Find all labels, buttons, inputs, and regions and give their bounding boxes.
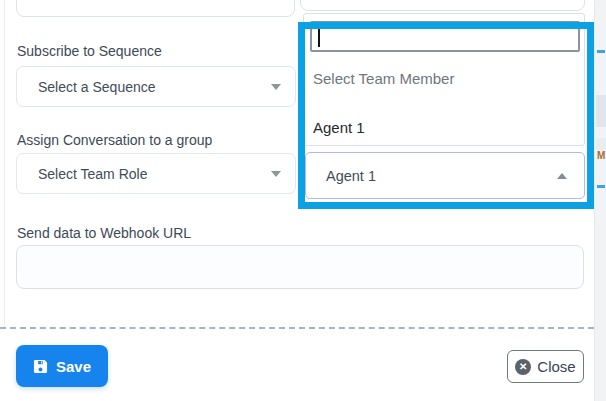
save-button-label: Save xyxy=(56,358,91,375)
team-member-select-value: Agent 1 xyxy=(326,168,376,184)
chevron-down-icon xyxy=(271,171,281,177)
sequence-select-value: Select a Sequence xyxy=(38,79,156,95)
webhook-url-input[interactable] xyxy=(16,245,584,289)
save-button[interactable]: Save xyxy=(16,345,108,387)
group-label: Assign Conversation to a group xyxy=(17,131,212,149)
sequence-select[interactable]: Select a Sequence xyxy=(16,66,296,107)
save-icon xyxy=(33,359,48,374)
text-cursor xyxy=(318,26,320,47)
webhook-label: Send data to Webhook URL xyxy=(17,224,191,242)
close-button-label: Close xyxy=(537,358,575,375)
team-member-search-input[interactable] xyxy=(310,21,580,52)
top-left-input[interactable] xyxy=(16,0,295,17)
background-accent-dash xyxy=(597,185,605,188)
dropdown-option-agent-1[interactable]: Agent 1 xyxy=(313,119,365,137)
close-button[interactable]: ✕ Close xyxy=(507,350,584,383)
background-page-strip: M xyxy=(594,0,606,401)
footer-divider xyxy=(0,327,594,329)
chevron-down-icon xyxy=(271,84,281,90)
background-accent-dash xyxy=(597,50,605,53)
team-role-select-value: Select Team Role xyxy=(38,166,147,182)
dropdown-option-select-team-member[interactable]: Select Team Member xyxy=(313,70,454,88)
background-gray-block xyxy=(596,95,606,127)
team-role-select[interactable]: Select Team Role xyxy=(16,153,296,194)
background-gray-block xyxy=(596,138,606,150)
sequence-label: Subscribe to Sequence xyxy=(17,42,162,60)
chevron-up-icon xyxy=(557,173,567,179)
background-partial-text: M xyxy=(597,150,605,161)
automation-settings-modal: Subscribe to Sequence Select a Sequence … xyxy=(0,0,606,401)
team-member-select[interactable]: Agent 1 xyxy=(305,152,585,199)
close-icon: ✕ xyxy=(515,359,531,375)
modal-left-border xyxy=(4,0,5,328)
top-right-input[interactable] xyxy=(300,0,585,11)
